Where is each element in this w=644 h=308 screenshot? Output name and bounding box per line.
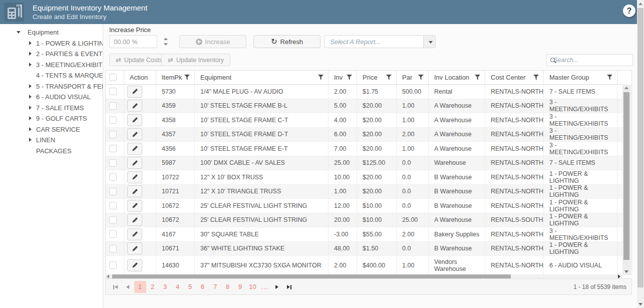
pager-first-button[interactable] [110,281,122,293]
edit-button[interactable] [127,100,142,112]
filter-icon[interactable] [184,75,190,80]
edit-button[interactable] [127,143,142,155]
row-checkbox[interactable] [109,173,117,181]
sidebar-item-5-transport-fees[interactable]: 5 - TRANSPORT & FEES [0,81,103,92]
tree-expanded-icon[interactable] [17,31,21,34]
column-header-master_group[interactable]: Master Group [544,71,617,84]
report-dropdown-input[interactable] [325,36,423,48]
edit-button[interactable] [127,157,142,169]
row-checkbox[interactable] [109,159,117,167]
increase-price-input[interactable] [109,35,157,48]
column-header-checkbox[interactable] [106,71,124,84]
pager-page-6[interactable]: 6 [197,281,209,293]
filter-icon[interactable] [386,75,392,80]
filter-icon[interactable] [318,75,324,80]
horizontal-scroll-thumb[interactable] [112,274,511,278]
edit-button[interactable] [127,214,142,226]
increase-price-spinner[interactable] [161,35,171,48]
row-checkbox[interactable] [109,116,117,124]
dropdown-arrow-button[interactable] [423,36,435,48]
pager-page-10[interactable]: 10 [247,281,259,293]
filter-icon[interactable] [607,75,612,80]
pager-page-1[interactable]: 1 [134,281,146,293]
tree-collapsed-icon[interactable] [29,106,32,110]
sidebar-item-7-sale-items[interactable]: 7 - SALE ITEMS [0,103,103,114]
row-checkbox[interactable] [109,245,117,252]
grid-vertical-scrollbar[interactable] [622,85,631,275]
row-checkbox[interactable] [109,102,117,110]
column-header-inv_location[interactable]: Inv Location [429,71,485,84]
row-checkbox[interactable] [109,261,117,269]
pager-ellipsis[interactable]: ... [259,283,271,290]
search-input[interactable] [553,57,634,64]
pager-page-3[interactable]: 3 [159,281,171,293]
pager-last-button[interactable] [283,281,295,293]
grid-horizontal-scrollbar[interactable] [105,274,622,278]
page-vertical-scrollbar[interactable] [637,0,644,308]
tree-collapsed-icon[interactable] [29,63,32,67]
vertical-scroll-thumb[interactable] [623,92,629,260]
spinner-down-icon[interactable] [164,43,168,46]
edit-button[interactable] [127,86,142,98]
pager-page-2[interactable]: 2 [147,281,159,293]
edit-button[interactable] [127,128,142,140]
pager-page-8[interactable]: 8 [222,281,234,293]
filter-icon[interactable] [347,75,352,80]
edit-button[interactable] [127,242,142,254]
column-header-cost_center[interactable]: Cost Center [485,71,544,84]
row-checkbox[interactable] [109,216,117,224]
page-scroll-thumb[interactable] [637,8,643,287]
column-header-inv[interactable]: Inv [329,71,357,84]
sidebar-item-packages[interactable]: PACKAGES [0,146,103,157]
sidebar-item-2-parties-events[interactable]: 2 - PARTIES & EVENTS [0,49,103,60]
refresh-button[interactable]: ↻ Refresh [253,35,320,48]
row-checkbox[interactable] [109,188,117,195]
tree-collapsed-icon[interactable] [29,138,32,142]
tree-collapsed-icon[interactable] [29,41,32,45]
update-costs-button[interactable]: ⇄ Update Costs [109,54,169,66]
spinner-up-icon[interactable] [164,38,168,40]
pager-page-5[interactable]: 5 [184,281,196,293]
sidebar-item-9-golf-carts[interactable]: 9 - GOLF CARTS [0,113,103,124]
edit-button[interactable] [127,114,142,126]
row-checkbox[interactable] [109,145,117,152]
edit-button[interactable] [127,171,142,183]
column-header-action[interactable]: Action [124,71,156,84]
pager-page-9[interactable]: 9 [234,281,246,293]
tree-collapsed-icon[interactable] [29,95,32,99]
scroll-left-icon[interactable] [107,274,109,278]
edit-button[interactable] [127,228,142,240]
scroll-right-icon[interactable] [618,274,620,278]
pager-page-7[interactable]: 7 [209,281,221,293]
column-header-g[interactable]: G [617,71,622,84]
row-checkbox[interactable] [109,88,117,95]
report-dropdown[interactable] [325,35,436,48]
tree-collapsed-icon[interactable] [29,52,32,56]
edit-button[interactable] [127,200,142,212]
update-inventory-button[interactable]: ⇄ Update Inventory [161,54,230,66]
sidebar-item-3-meeting-exhibits[interactable]: 3 - MEETING/EXHIBITS [0,60,103,71]
filter-icon[interactable] [475,75,480,80]
tree-collapsed-icon[interactable] [29,116,32,120]
row-checkbox[interactable] [109,131,117,138]
row-checkbox[interactable] [109,202,117,209]
row-checkbox[interactable] [109,230,117,238]
column-header-price[interactable]: Price [357,71,397,84]
increase-button[interactable]: Increase [179,35,246,48]
filter-icon[interactable] [533,75,539,80]
scroll-up-icon[interactable] [638,3,642,5]
sidebar-item-equipment[interactable]: Equipment [0,27,103,38]
column-header-par[interactable]: Par [397,71,429,84]
edit-button[interactable] [127,259,142,271]
sidebar-item-4-tents-marquees[interactable]: 4 - TENTS & MARQUEES [0,70,103,81]
help-button[interactable]: ? [623,5,635,17]
column-header-equipment[interactable]: Equipment [195,71,329,84]
sidebar-item-car-service[interactable]: CAR SERVICE [0,124,103,135]
pager-prev-button[interactable] [122,281,134,293]
sidebar-item-6-audio-visual[interactable]: 6 - AUDIO VISUAL [0,92,103,103]
column-header-itempk[interactable]: ItemPk [156,71,195,84]
scroll-up-icon[interactable] [624,87,628,89]
edit-button[interactable] [127,185,142,197]
sidebar-item-linen[interactable]: LINEN [0,135,103,146]
scroll-down-icon[interactable] [638,303,642,305]
